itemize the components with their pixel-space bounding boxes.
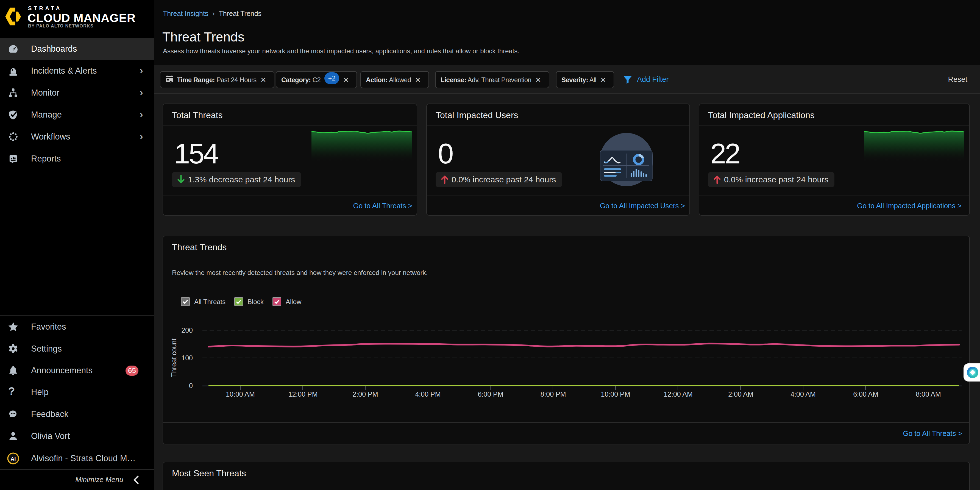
svg-text:AI: AI (11, 456, 16, 462)
